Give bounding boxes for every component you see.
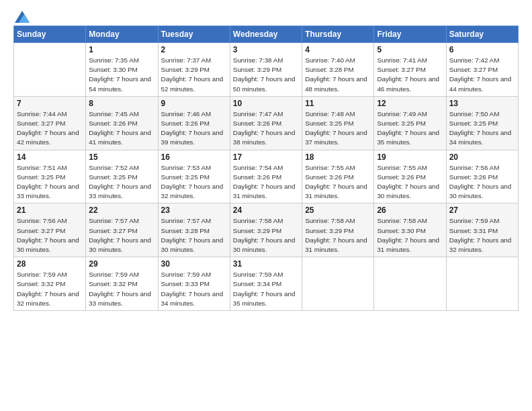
day-number: 17 [233,152,299,162]
day-info: Sunrise: 7:59 AMSunset: 3:31 PMDaylight:… [449,216,515,255]
weekday-header-monday: Monday [86,26,158,43]
day-info: Sunrise: 7:54 AMSunset: 3:26 PMDaylight:… [233,163,299,201]
day-number: 23 [161,205,227,215]
day-number: 24 [233,205,299,215]
day-info: Sunrise: 7:59 AMSunset: 3:34 PMDaylight:… [233,270,299,308]
calendar-cell: 18Sunrise: 7:55 AMSunset: 3:26 PMDayligh… [302,150,374,203]
calendar-cell: 15Sunrise: 7:52 AMSunset: 3:25 PMDayligh… [86,150,158,203]
day-info: Sunrise: 7:42 AMSunset: 3:27 PMDaylight:… [449,56,515,94]
calendar-cell: 19Sunrise: 7:55 AMSunset: 3:26 PMDayligh… [374,150,446,203]
day-number: 10 [233,99,299,108]
day-info: Sunrise: 7:55 AMSunset: 3:26 PMDaylight:… [305,163,371,201]
weekday-header-sunday: Sunday [14,26,86,43]
calendar-cell: 23Sunrise: 7:57 AMSunset: 3:28 PMDayligh… [158,203,230,257]
day-number: 9 [161,99,227,108]
calendar-cell: 6Sunrise: 7:42 AMSunset: 3:27 PMDaylight… [446,43,518,97]
calendar-cell: 9Sunrise: 7:46 AMSunset: 3:26 PMDaylight… [158,96,230,150]
calendar-cell: 16Sunrise: 7:53 AMSunset: 3:25 PMDayligh… [158,150,230,203]
day-info: Sunrise: 7:49 AMSunset: 3:25 PMDaylight:… [377,109,443,148]
calendar-cell: 25Sunrise: 7:58 AMSunset: 3:29 PMDayligh… [302,203,374,257]
day-number: 4 [305,45,371,54]
day-number: 13 [449,99,515,108]
day-number: 25 [305,205,371,215]
day-info: Sunrise: 7:57 AMSunset: 3:27 PMDaylight:… [89,216,154,255]
day-number: 1 [89,45,154,54]
calendar-cell: 3Sunrise: 7:38 AMSunset: 3:29 PMDaylight… [230,43,302,97]
calendar-cell: 14Sunrise: 7:51 AMSunset: 3:25 PMDayligh… [14,150,86,203]
day-info: Sunrise: 7:47 AMSunset: 3:26 PMDaylight:… [233,109,299,148]
day-number: 30 [161,259,227,269]
calendar-cell: 13Sunrise: 7:50 AMSunset: 3:25 PMDayligh… [446,96,518,150]
day-number: 28 [17,259,83,269]
weekday-header-wednesday: Wednesday [230,26,302,43]
day-number: 5 [377,45,443,54]
calendar-table: SundayMondayTuesdayWednesdayThursdayFrid… [13,26,519,311]
day-number: 14 [17,152,83,162]
day-number: 19 [377,152,443,162]
day-number: 26 [377,205,443,215]
day-info: Sunrise: 7:35 AMSunset: 3:30 PMDaylight:… [89,56,154,94]
day-number: 8 [89,99,154,108]
day-number: 18 [305,152,371,162]
day-number: 20 [449,152,515,162]
calendar-cell: 30Sunrise: 7:59 AMSunset: 3:33 PMDayligh… [158,257,230,311]
calendar-cell: 17Sunrise: 7:54 AMSunset: 3:26 PMDayligh… [230,150,302,203]
day-number: 21 [17,205,83,215]
calendar-cell: 24Sunrise: 7:58 AMSunset: 3:29 PMDayligh… [230,203,302,257]
calendar-cell: 7Sunrise: 7:44 AMSunset: 3:27 PMDaylight… [14,96,86,150]
day-info: Sunrise: 7:50 AMSunset: 3:25 PMDaylight:… [449,109,515,148]
weekday-header-tuesday: Tuesday [158,26,230,43]
day-number: 3 [233,45,299,54]
day-number: 7 [17,99,83,108]
calendar-cell: 22Sunrise: 7:57 AMSunset: 3:27 PMDayligh… [86,203,158,257]
weekday-header-saturday: Saturday [446,26,518,43]
day-info: Sunrise: 7:40 AMSunset: 3:28 PMDaylight:… [305,56,371,94]
day-number: 16 [161,152,227,162]
calendar-cell: 10Sunrise: 7:47 AMSunset: 3:26 PMDayligh… [230,96,302,150]
day-info: Sunrise: 7:46 AMSunset: 3:26 PMDaylight:… [161,109,227,148]
calendar-cell: 26Sunrise: 7:58 AMSunset: 3:30 PMDayligh… [374,203,446,257]
day-info: Sunrise: 7:45 AMSunset: 3:26 PMDaylight:… [89,109,154,148]
weekday-header-thursday: Thursday [302,26,374,43]
calendar-cell [14,43,86,97]
day-info: Sunrise: 7:37 AMSunset: 3:29 PMDaylight:… [161,56,227,94]
calendar-cell: 4Sunrise: 7:40 AMSunset: 3:28 PMDaylight… [302,43,374,97]
day-info: Sunrise: 7:53 AMSunset: 3:25 PMDaylight:… [161,163,227,201]
calendar-cell: 31Sunrise: 7:59 AMSunset: 3:34 PMDayligh… [230,257,302,311]
day-info: Sunrise: 7:59 AMSunset: 3:33 PMDaylight:… [161,270,227,308]
day-info: Sunrise: 7:58 AMSunset: 3:29 PMDaylight:… [305,216,371,255]
day-info: Sunrise: 7:58 AMSunset: 3:30 PMDaylight:… [377,216,443,255]
calendar-cell: 1Sunrise: 7:35 AMSunset: 3:30 PMDaylight… [86,43,158,97]
day-number: 12 [377,99,443,108]
day-info: Sunrise: 7:44 AMSunset: 3:27 PMDaylight:… [17,109,83,148]
day-number: 27 [449,205,515,215]
calendar-cell: 21Sunrise: 7:56 AMSunset: 3:27 PMDayligh… [14,203,86,257]
calendar-cell: 27Sunrise: 7:59 AMSunset: 3:31 PMDayligh… [446,203,518,257]
calendar-cell: 11Sunrise: 7:48 AMSunset: 3:25 PMDayligh… [302,96,374,150]
day-number: 29 [89,259,154,269]
day-info: Sunrise: 7:41 AMSunset: 3:27 PMDaylight:… [377,56,443,94]
day-info: Sunrise: 7:38 AMSunset: 3:29 PMDaylight:… [233,56,299,94]
day-info: Sunrise: 7:52 AMSunset: 3:25 PMDaylight:… [89,163,154,201]
calendar-cell [302,257,374,311]
calendar-cell: 12Sunrise: 7:49 AMSunset: 3:25 PMDayligh… [374,96,446,150]
calendar-cell: 8Sunrise: 7:45 AMSunset: 3:26 PMDaylight… [86,96,158,150]
header [13,11,519,20]
day-info: Sunrise: 7:56 AMSunset: 3:26 PMDaylight:… [449,163,515,201]
day-info: Sunrise: 7:55 AMSunset: 3:26 PMDaylight:… [377,163,443,201]
calendar-cell: 2Sunrise: 7:37 AMSunset: 3:29 PMDaylight… [158,43,230,97]
logo [13,11,30,20]
day-number: 6 [449,45,515,54]
day-number: 15 [89,152,154,162]
calendar-cell [446,257,518,311]
calendar-cell: 29Sunrise: 7:59 AMSunset: 3:32 PMDayligh… [86,257,158,311]
day-number: 2 [161,45,227,54]
calendar-cell [374,257,446,311]
day-info: Sunrise: 7:58 AMSunset: 3:29 PMDaylight:… [233,216,299,255]
day-number: 11 [305,99,371,108]
calendar-cell: 28Sunrise: 7:59 AMSunset: 3:32 PMDayligh… [14,257,86,311]
day-info: Sunrise: 7:48 AMSunset: 3:25 PMDaylight:… [305,109,371,148]
logo-icon [15,11,30,23]
day-info: Sunrise: 7:51 AMSunset: 3:25 PMDaylight:… [17,163,83,201]
day-info: Sunrise: 7:56 AMSunset: 3:27 PMDaylight:… [17,216,83,255]
